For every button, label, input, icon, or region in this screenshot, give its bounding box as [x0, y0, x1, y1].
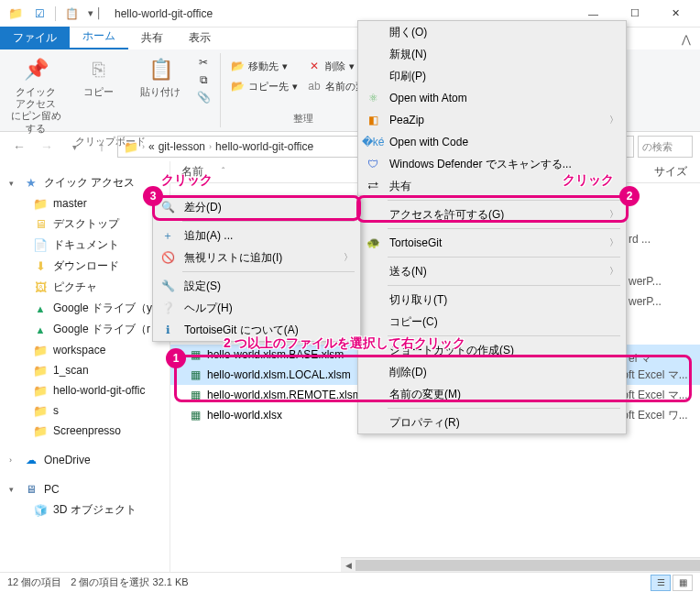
- folder-icon: 📁: [33, 383, 48, 398]
- desktop-icon: 🖥: [33, 217, 48, 232]
- crumb-git-lesson[interactable]: git-lesson: [159, 140, 205, 153]
- paste-button[interactable]: 📋 貼り付け: [134, 55, 187, 98]
- help-icon: ❔: [159, 299, 177, 317]
- ctx-sub-settings[interactable]: 🔧設定(S): [153, 275, 360, 297]
- gdrive-icon: ▲: [33, 301, 48, 316]
- excel-icon: ▦: [187, 388, 203, 402]
- tab-home[interactable]: ホーム: [70, 25, 128, 49]
- info-icon: ℹ: [159, 321, 177, 339]
- tab-file[interactable]: ファイル: [0, 27, 70, 49]
- peek-type: rd ...: [629, 229, 662, 249]
- ctx-delete[interactable]: 削除(D): [358, 361, 626, 383]
- tortoise-icon: 🐢: [364, 234, 382, 252]
- ctx-code[interactable]: �kéOpen with Code: [358, 131, 626, 153]
- sidebar-item[interactable]: 📄ドキュメント: [0, 235, 170, 256]
- sidebar-item[interactable]: ▲Google ドライブ（r: [0, 319, 170, 340]
- ctx-send[interactable]: 送る(N)〉: [358, 260, 626, 282]
- status-selected: 2 個の項目を選択 32.1 KB: [71, 576, 188, 589]
- excel-icon: ▦: [187, 367, 203, 382]
- sidebar-item[interactable]: 📁workspace: [0, 340, 170, 360]
- forward-button[interactable]: →: [35, 135, 59, 159]
- view-icons-button[interactable]: ▦: [673, 575, 693, 591]
- ctx-print[interactable]: 印刷(P): [358, 65, 626, 87]
- group-label-organize: 整理: [293, 112, 313, 127]
- atom-icon: ⚛: [364, 89, 382, 107]
- navigation-pane[interactable]: ▾★クイック アクセス 📁master 🖥デスクトップ 📄ドキュメント ⬇ダウン…: [0, 161, 170, 572]
- scrollbar-horizontal[interactable]: ◀ ▶: [341, 557, 700, 572]
- sidebar-item[interactable]: ⬇ダウンロード: [0, 256, 170, 277]
- cut-small-button[interactable]: ✂: [196, 55, 211, 70]
- sidebar-item[interactable]: 📁hello-world-git-offic: [0, 380, 170, 400]
- tab-view[interactable]: 表示: [176, 27, 224, 49]
- nav-onedrive[interactable]: ›☁OneDrive: [0, 450, 170, 470]
- ctx-copy[interactable]: コピー(C): [358, 311, 626, 333]
- annotation-badge-3: 3: [143, 186, 163, 206]
- qat-properties-icon[interactable]: 📋: [63, 5, 80, 22]
- share-icon: ⮂: [364, 177, 382, 195]
- ctx-rename[interactable]: 名前の変更(M): [358, 383, 626, 405]
- annotation-badge-1: 1: [166, 348, 186, 368]
- up-button[interactable]: ↑: [90, 135, 114, 159]
- scroll-left-icon[interactable]: ◀: [341, 558, 355, 573]
- star-icon: ★: [24, 176, 38, 191]
- close-button[interactable]: ✕: [655, 0, 696, 27]
- copy-to-button[interactable]: 📂コピー先 ▾: [230, 79, 298, 93]
- search-input[interactable]: の検索: [638, 136, 693, 158]
- status-bar: 12 個の項目 2 個の項目を選択 32.1 KB ☰ ▦: [0, 572, 700, 592]
- ctx-peazip[interactable]: ◧PeaZip〉: [358, 109, 626, 131]
- path-icon: ⧉: [196, 72, 211, 87]
- excel-icon: ▦: [187, 347, 203, 362]
- copy-button[interactable]: ⎘ コピー: [71, 55, 125, 98]
- pics-icon: 🖼: [33, 280, 48, 295]
- sidebar-item[interactable]: 📁s: [0, 400, 170, 421]
- pc-icon: 🖥: [24, 482, 38, 497]
- ctx-tortoisegit[interactable]: 🐢TortoiseGit〉: [358, 232, 626, 254]
- crumb-prev[interactable]: «: [148, 140, 155, 153]
- recent-dropdown[interactable]: ▾: [62, 135, 86, 159]
- ctx-access[interactable]: アクセスを許可する(G)〉: [358, 203, 626, 225]
- paste-shortcut-button[interactable]: 📎: [196, 90, 211, 104]
- move-to-button[interactable]: 📂移動先 ▾: [230, 59, 298, 73]
- sidebar-item[interactable]: ▲Google ドライブ（y: [0, 298, 170, 319]
- ctx-properties[interactable]: プロパティ(R): [358, 411, 626, 433]
- pin-quick-access-button[interactable]: 📌 クイック アクセス にピン留めする: [9, 55, 62, 135]
- annotation-badge-2: 2: [619, 186, 640, 206]
- peazip-icon: ◧: [364, 111, 382, 129]
- sidebar-item[interactable]: 🖥デスクトップ: [0, 214, 170, 235]
- ctx-cut[interactable]: 切り取り(T): [358, 289, 626, 311]
- download-icon: ⬇: [33, 259, 48, 274]
- ctx-sub-diff[interactable]: 🔍差分(D): [153, 196, 360, 218]
- copy-path-button[interactable]: ⧉: [196, 72, 211, 87]
- view-details-button[interactable]: ☰: [651, 575, 671, 591]
- sidebar-item[interactable]: 📁Screenpresso: [0, 421, 170, 441]
- pin-icon: 📌: [21, 55, 50, 84]
- qat-save-icon[interactable]: ☑: [31, 5, 48, 22]
- plus-icon: ＋: [159, 226, 177, 245]
- tab-share[interactable]: 共有: [128, 27, 176, 49]
- crumb-current[interactable]: hello-world-git-office: [215, 140, 313, 153]
- ctx-new[interactable]: 新規(N): [358, 43, 626, 65]
- docs-icon: 📄: [33, 238, 48, 253]
- qat-dropdown-icon[interactable]: ▾ │: [87, 5, 104, 22]
- sidebar-item[interactable]: 📁1_scan: [0, 360, 170, 380]
- folder-icon: 📁: [33, 363, 48, 378]
- ctx-atom[interactable]: ⚛Open with Atom: [358, 87, 626, 109]
- ctx-sub-add[interactable]: ＋追加(A) ...: [153, 225, 360, 247]
- context-menu-main: 開く(O) 新規(N) 印刷(P) ⚛Open with Atom ◧PeaZi…: [357, 20, 627, 434]
- scroll-thumb[interactable]: [355, 560, 700, 571]
- ctx-open[interactable]: 開く(O): [358, 21, 626, 43]
- annotation-label-instruction: 2 つ以上のファイルを選択して右クリック: [224, 335, 465, 352]
- nav-pc[interactable]: ▾🖥PC: [0, 479, 170, 499]
- ctx-sub-ignore[interactable]: 🚫無視リストに追加(I)〉: [153, 247, 360, 269]
- rename-icon: ab: [307, 79, 322, 93]
- annotation-label-click-1: クリック: [161, 172, 213, 189]
- ctx-sub-help[interactable]: ❔ヘルプ(H): [153, 297, 360, 319]
- col-size[interactable]: サイズ: [654, 164, 700, 180]
- nav-3d-objects[interactable]: 🧊3D オブジェクト: [0, 499, 170, 521]
- folder-icon: 📁: [33, 403, 48, 418]
- ribbon-expand-icon[interactable]: ⋀: [673, 29, 700, 49]
- sidebar-item[interactable]: 🖼ピクチャ: [0, 277, 170, 298]
- back-button[interactable]: ←: [7, 135, 31, 159]
- folder-icon: 📁: [124, 140, 138, 154]
- shortcut-icon: 📎: [196, 90, 211, 104]
